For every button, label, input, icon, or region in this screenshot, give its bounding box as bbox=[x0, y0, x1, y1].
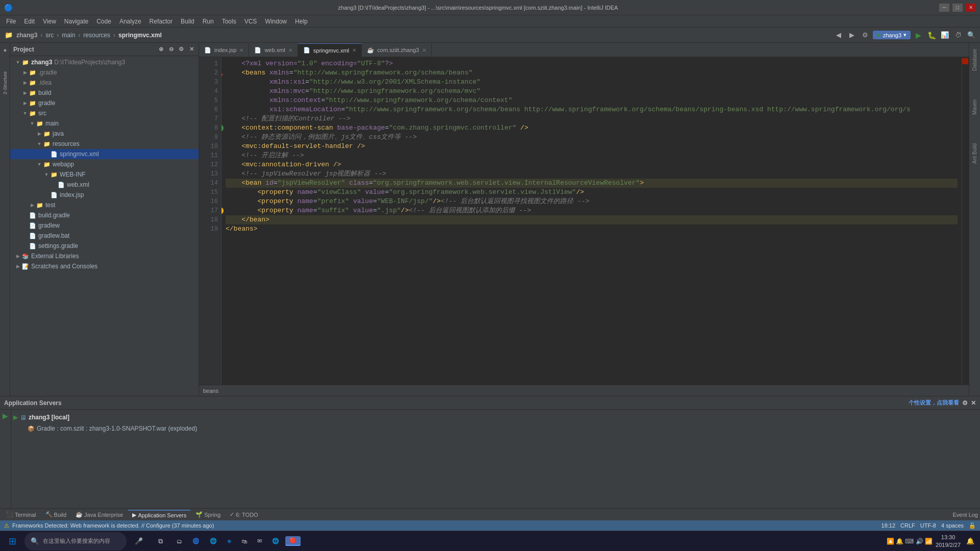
structure-icon[interactable]: Z-Structure bbox=[2, 68, 9, 97]
taskbar-app-edge[interactable]: ◈ bbox=[223, 536, 235, 546]
breadcrumb-src[interactable]: src bbox=[45, 32, 54, 39]
taskbar-app-store[interactable]: 🛍 bbox=[237, 536, 251, 546]
ant-build-tab[interactable]: Ant Build bbox=[971, 141, 978, 166]
menu-item-edit[interactable]: Edit bbox=[20, 17, 39, 26]
tree-item-gradle-dir[interactable]: ▶ 📁 gradle bbox=[10, 98, 199, 108]
favorites-icon[interactable]: ★ bbox=[2, 45, 9, 56]
menu-item-code[interactable]: Code bbox=[92, 17, 115, 26]
nav-settings-button[interactable]: ⚙ bbox=[860, 30, 871, 41]
tree-item-src[interactable]: ▼ 📁 src bbox=[10, 108, 199, 118]
start-button[interactable]: ⊞ bbox=[3, 532, 21, 550]
menu-item-build[interactable]: Build bbox=[177, 17, 199, 26]
indent-setting[interactable]: 4 spaces bbox=[941, 522, 964, 529]
line-ending[interactable]: CRLF bbox=[900, 522, 915, 529]
tree-item-index-jsp[interactable]: ▶ 📄 index.jsp bbox=[10, 190, 199, 200]
bt-java-enterprise[interactable]: ☕ Java Enterprise bbox=[71, 510, 127, 519]
tab-close-web-xml[interactable]: ✕ bbox=[288, 47, 292, 53]
tab-close-com-sziit[interactable]: ✕ bbox=[422, 47, 426, 53]
lock-icon[interactable]: 🔓 bbox=[969, 522, 976, 529]
mic-button[interactable]: 🎤 bbox=[130, 532, 148, 550]
app-servers-settings-icon[interactable]: ⚙ bbox=[962, 399, 968, 407]
bt-terminal[interactable]: ⬛ Terminal bbox=[2, 510, 40, 519]
tree-item-idea[interactable]: ▶ 📁 .idea bbox=[10, 78, 199, 88]
cursor-position[interactable]: 18:12 bbox=[881, 522, 896, 529]
tree-item-gradle-hidden[interactable]: ▶ 📁 .gradle bbox=[10, 67, 199, 78]
notification-button[interactable]: 🔔 bbox=[964, 535, 977, 548]
tree-item-settings-gradle[interactable]: ▶ 📄 settings.gradle bbox=[10, 241, 199, 251]
taskbar-app-ie[interactable]: 🌐 bbox=[206, 536, 221, 546]
run-button[interactable]: ▶ bbox=[913, 30, 924, 41]
menu-item-run[interactable]: Run bbox=[199, 17, 218, 26]
tree-item-test[interactable]: ▶ 📁 test bbox=[10, 200, 199, 210]
coverage-button[interactable]: 📊 bbox=[939, 30, 950, 41]
tab-web-xml[interactable]: 📄 web.xml ✕ bbox=[249, 43, 298, 57]
encoding[interactable]: UTF-8 bbox=[920, 522, 936, 529]
tree-item-scratches[interactable]: ▶ 📝 Scratches and Consoles bbox=[10, 261, 199, 271]
tree-item-external-libs[interactable]: ▶ 📚 External Libraries bbox=[10, 251, 199, 261]
tab-com-sziit[interactable]: ☕ com.sziit.zhang3 ✕ bbox=[362, 43, 432, 57]
tab-close-index-jsp[interactable]: ✕ bbox=[239, 47, 243, 53]
nav-back-button[interactable]: ◀ bbox=[833, 30, 844, 41]
breadcrumb-resources[interactable]: resources bbox=[83, 32, 110, 39]
tab-springmvc-xml[interactable]: 📄 springmvc.xml ✕ bbox=[298, 43, 362, 57]
tree-item-java-dir[interactable]: ▶ 📁 java bbox=[10, 129, 199, 139]
tab-index-jsp[interactable]: 📄 index.jsp ✕ bbox=[199, 43, 249, 57]
taskbar-app-explorer[interactable]: 🗂 bbox=[173, 536, 186, 546]
clock[interactable]: 13:30 2019/2/27 bbox=[936, 534, 961, 548]
collapse-all-button[interactable]: ⊖ bbox=[167, 45, 175, 54]
expand-all-button[interactable]: ⊕ bbox=[157, 45, 165, 54]
menu-item-tools[interactable]: Tools bbox=[218, 17, 240, 26]
taskbar-app-chrome[interactable]: 🌐 bbox=[268, 536, 283, 546]
taskbar-app-1[interactable]: 🌀 bbox=[188, 536, 204, 546]
bt-build[interactable]: 🔨 Build bbox=[41, 510, 70, 519]
as-server-item[interactable]: ▶ 🖥 zhang3 [local] bbox=[11, 412, 980, 423]
code-editor[interactable]: 1 2 3 4 5 6 7 8 9 10 11 12 13 14 15 16 1… bbox=[199, 57, 969, 385]
tree-item-webapp[interactable]: ▼ 📁 webapp bbox=[10, 159, 199, 169]
code-content[interactable]: <?xml version="1.0" encoding="UTF-8"?> 🔖… bbox=[222, 57, 962, 385]
maximize-button[interactable]: □ bbox=[952, 4, 963, 12]
settings-button[interactable]: ⚙ bbox=[177, 45, 185, 54]
app-servers-personalize-btn[interactable]: 个性设置，点我看看 bbox=[909, 399, 959, 407]
tree-item-resources[interactable]: ▼ 📁 resources bbox=[10, 139, 199, 149]
app-servers-close-icon[interactable]: ✕ bbox=[971, 399, 976, 407]
search-everywhere-button[interactable]: 🔍 bbox=[966, 30, 977, 41]
bt-todo[interactable]: ✓ 6: TODO bbox=[226, 510, 262, 519]
menu-item-analyze[interactable]: Analyze bbox=[115, 17, 145, 26]
database-tab[interactable]: Database bbox=[971, 47, 978, 73]
tree-item-gradlew[interactable]: ▶ 📄 gradlew bbox=[10, 220, 199, 231]
tree-item-build-dir[interactable]: ▶ 📁 build bbox=[10, 88, 199, 98]
menu-item-refactor[interactable]: Refactor bbox=[145, 17, 177, 26]
task-view-button[interactable]: ⧉ bbox=[151, 532, 169, 550]
debug-button[interactable]: 🐛 bbox=[926, 30, 937, 41]
bt-spring[interactable]: 🌱 Spring bbox=[191, 510, 225, 519]
tree-item-web-xml[interactable]: ▶ 📄 web.xml bbox=[10, 180, 199, 190]
tree-item-webinf[interactable]: ▼ 📁 WEB-INF bbox=[10, 169, 199, 180]
menu-item-window[interactable]: Window bbox=[261, 17, 291, 26]
tree-item-springmvc-xml[interactable]: ▶ 📄 springmvc.xml bbox=[10, 149, 199, 159]
menu-item-file[interactable]: File bbox=[2, 17, 20, 26]
tree-item-main[interactable]: ▼ 📁 main bbox=[10, 118, 199, 129]
as-run-button[interactable]: ▶ bbox=[13, 414, 18, 421]
profile-badge[interactable]: ▶ zhang3 ▾ bbox=[873, 31, 911, 39]
menu-item-vcs[interactable]: VCS bbox=[240, 17, 261, 26]
menu-item-help[interactable]: Help bbox=[291, 17, 312, 26]
profile-run-button[interactable]: ⏱ bbox=[952, 30, 964, 41]
menu-item-view[interactable]: View bbox=[39, 17, 60, 26]
taskbar-app-intellij[interactable]: 🔴 bbox=[285, 536, 301, 546]
minimize-button[interactable]: ─ bbox=[939, 4, 949, 12]
as-artifact-item[interactable]: 📦 Gradle : com.sziit : zhang3-1.0-SNAPSH… bbox=[11, 423, 980, 434]
event-log-btn[interactable]: Event Log bbox=[952, 512, 978, 518]
breadcrumb-main[interactable]: main bbox=[62, 32, 75, 39]
maven-tab[interactable]: Maven bbox=[971, 97, 978, 117]
tree-item-build-gradle[interactable]: ▶ 📄 build.gradle bbox=[10, 210, 199, 220]
project-icon[interactable]: 📁 bbox=[3, 30, 14, 41]
as-run-icon[interactable]: ▶ bbox=[3, 412, 8, 420]
tab-close-springmvc[interactable]: ✕ bbox=[352, 47, 356, 53]
bt-app-servers[interactable]: ▶ Application Servers bbox=[128, 510, 190, 519]
tree-item-gradlew-bat[interactable]: ▶ 📄 gradlew.bat bbox=[10, 231, 199, 241]
close-button[interactable]: ✕ bbox=[966, 4, 976, 12]
nav-forward-button[interactable]: ▶ bbox=[846, 30, 857, 41]
close-panel-button[interactable]: ✕ bbox=[187, 45, 195, 54]
search-button[interactable]: 🔍 在这里输入你要搜索的内容 bbox=[24, 532, 127, 550]
tree-item-zhang3[interactable]: ▼ 📁 zhang3 D:\IT\IdeaProjects\zhang3 bbox=[10, 57, 199, 67]
